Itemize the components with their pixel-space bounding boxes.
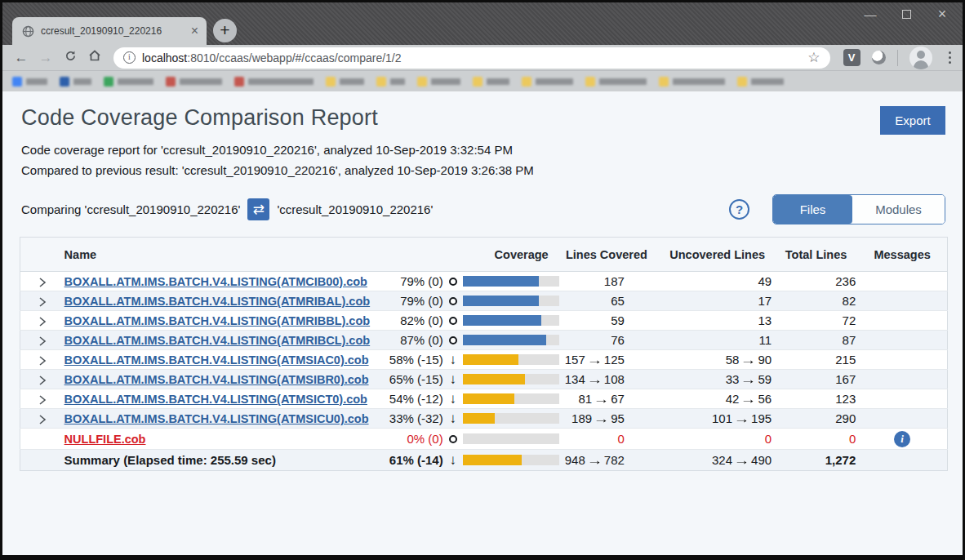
expand-chevron-icon[interactable] xyxy=(38,274,47,288)
extension-circle-icon[interactable] xyxy=(872,51,886,64)
uncovered-lines-value: 13 xyxy=(758,313,772,327)
table-row-nullfile: NULLFILE.cob 0% (0) 0 0 0 i xyxy=(20,429,948,450)
coverage-bar xyxy=(463,433,559,444)
trend-unchanged-icon xyxy=(449,317,457,325)
coverage-percent: 58% (-15) xyxy=(389,353,443,367)
bookmarks-bar[interactable] xyxy=(2,70,963,91)
lines-covered-value: 0 xyxy=(617,432,624,446)
bookmark-item[interactable] xyxy=(585,77,647,87)
tab-files[interactable]: Files xyxy=(773,195,852,224)
trend-unchanged-icon xyxy=(449,297,457,305)
bookmark-item[interactable] xyxy=(522,77,573,87)
bookmark-favicon xyxy=(659,77,669,87)
uncovered-lines-value: 49 xyxy=(758,274,772,288)
lines-covered-value: 65 xyxy=(611,294,625,308)
back-button-icon[interactable]: ← xyxy=(11,47,32,69)
tab-close-icon[interactable]: × xyxy=(189,25,200,37)
table-row: BOXALL.ATM.IMS.BATCH.V4.LISTING(ATMRIBAL… xyxy=(20,291,948,311)
file-link[interactable]: BOXALL.ATM.IMS.BATCH.V4.LISTING(ATMSIAC0… xyxy=(64,353,369,367)
expand-chevron-icon[interactable] xyxy=(38,372,47,386)
trend-down-icon: ↓ xyxy=(449,453,456,467)
arrow-right-icon: → xyxy=(734,453,750,467)
bookmark-item[interactable] xyxy=(473,77,509,87)
bookmark-item[interactable] xyxy=(234,77,314,87)
arrow-right-icon: → xyxy=(740,353,757,367)
coverage-percent: 54% (-12) xyxy=(389,392,443,406)
tab-title: ccresult_20190910_220216 xyxy=(41,25,189,37)
total-lines-value: 290 xyxy=(835,411,856,425)
bookmark-item[interactable] xyxy=(166,77,222,87)
expand-chevron-icon[interactable] xyxy=(38,392,47,406)
view-toggle: Files Modules xyxy=(772,194,945,224)
file-link[interactable]: BOXALL.ATM.IMS.BATCH.V4.LISTING(ATMSICU0… xyxy=(64,412,369,425)
help-icon[interactable]: ? xyxy=(729,199,749,220)
file-link[interactable]: BOXALL.ATM.IMS.BATCH.V4.LISTING(ATMRIBBL… xyxy=(64,314,371,327)
bookmark-favicon xyxy=(522,77,531,87)
uncovered-before: 58 xyxy=(726,353,740,367)
bookmark-item[interactable] xyxy=(326,77,364,87)
export-button[interactable]: Export xyxy=(880,106,945,135)
trend-down-icon: ↓ xyxy=(449,353,456,367)
bookmark-item[interactable] xyxy=(12,77,47,87)
extension-v-icon[interactable]: V xyxy=(843,49,860,66)
bookmark-item[interactable] xyxy=(104,77,153,87)
close-window-button[interactable]: × xyxy=(935,8,949,20)
url-text[interactable]: localhost:8010/ccaas/webapp/#/ccaas/comp… xyxy=(142,51,801,64)
bookmark-star-icon[interactable]: ☆ xyxy=(807,51,820,64)
home-icon[interactable] xyxy=(84,47,105,69)
table-row: BOXALL.ATM.IMS.BATCH.V4.LISTING(ATMRIBBL… xyxy=(20,311,948,331)
arrow-right-icon: → xyxy=(740,372,757,386)
expand-chevron-icon[interactable] xyxy=(38,313,47,327)
col-header-name: Name xyxy=(64,238,377,272)
info-message-icon[interactable]: i xyxy=(894,431,910,447)
lines-covered-before: 189 xyxy=(571,411,592,425)
expand-chevron-icon[interactable] xyxy=(38,294,47,308)
minimize-button[interactable]: — xyxy=(863,8,878,20)
bookmark-favicon xyxy=(376,77,386,87)
expand-chevron-icon[interactable] xyxy=(38,353,47,367)
bookmark-item[interactable] xyxy=(659,77,725,87)
profile-avatar[interactable] xyxy=(909,47,932,69)
table-row: BOXALL.ATM.IMS.BATCH.V4.LISTING(ATMSIAC0… xyxy=(20,350,948,370)
bookmark-item[interactable] xyxy=(737,77,784,87)
arrow-right-icon: → xyxy=(734,411,750,425)
tab-modules[interactable]: Modules xyxy=(852,195,945,224)
bookmark-item[interactable] xyxy=(376,77,405,87)
address-bar[interactable]: i localhost:8010/ccaas/webapp/#/ccaas/co… xyxy=(113,47,830,69)
swap-results-button[interactable]: ⇄ xyxy=(247,198,269,220)
file-link[interactable]: BOXALL.ATM.IMS.BATCH.V4.LISTING(ATMSIBR0… xyxy=(64,373,369,386)
maximize-button[interactable] xyxy=(902,10,911,19)
total-lines-value: 215 xyxy=(835,353,856,367)
bookmark-favicon xyxy=(473,77,482,87)
expand-chevron-icon[interactable] xyxy=(38,411,47,425)
arrow-right-icon: → xyxy=(587,372,603,386)
total-lines-value: 236 xyxy=(835,274,856,288)
file-link[interactable]: BOXALL.ATM.IMS.BATCH.V4.LISTING(ATMRIBAL… xyxy=(64,295,371,308)
file-link[interactable]: BOXALL.ATM.IMS.BATCH.V4.LISTING(ATMCIB00… xyxy=(64,275,367,288)
file-link[interactable]: BOXALL.ATM.IMS.BATCH.V4.LISTING(ATMRIBCL… xyxy=(64,334,371,347)
coverage-bar xyxy=(463,374,559,384)
table-header-row: Name Coverage Lines Covered Uncovered Li… xyxy=(20,238,948,272)
comparing-right-label: 'ccresult_20190910_220216' xyxy=(277,202,433,216)
bookmark-favicon xyxy=(326,77,336,87)
file-link[interactable]: NULLFILE.cob xyxy=(64,433,146,446)
lines-covered-after: 67 xyxy=(611,392,625,406)
refresh-icon[interactable] xyxy=(60,47,81,69)
coverage-percent: 0% (0) xyxy=(407,432,442,446)
trend-unchanged-icon xyxy=(449,278,457,286)
total-lines-value: 167 xyxy=(835,372,856,386)
browser-window: ccresult_20190910_220216 × + — × ← → i l… xyxy=(0,0,965,560)
coverage-bar xyxy=(463,354,559,365)
site-info-icon[interactable]: i xyxy=(123,51,136,64)
new-tab-button[interactable]: + xyxy=(213,19,237,42)
file-link[interactable]: BOXALL.ATM.IMS.BATCH.V4.LISTING(ATMSICT0… xyxy=(64,393,367,406)
coverage-percent: 79% (0) xyxy=(400,274,443,288)
browser-tab[interactable]: ccresult_20190910_220216 × xyxy=(12,17,207,45)
bookmark-item[interactable] xyxy=(417,77,460,87)
bookmark-item[interactable] xyxy=(60,77,91,87)
expand-chevron-icon[interactable] xyxy=(38,333,47,347)
coverage-percent: 65% (-15) xyxy=(389,372,443,386)
coverage-bar xyxy=(463,315,559,326)
col-header-messages: Messages xyxy=(857,238,947,272)
browser-menu-icon[interactable] xyxy=(945,48,955,68)
